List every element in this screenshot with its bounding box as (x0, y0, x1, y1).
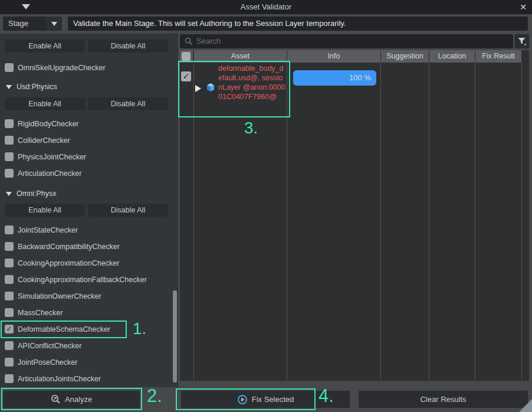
enable-all-button[interactable]: Enable All (5, 40, 85, 53)
checker-row-deformableschemachecker: ✓DeformableSchemaChecker (0, 321, 178, 338)
result-row-checkbox[interactable]: ✓ (181, 71, 191, 81)
section-label: Omni:Physx (17, 185, 56, 202)
disable-all-button[interactable]: Disable All (88, 40, 168, 53)
fix-selected-button[interactable]: Fix Selected (181, 391, 350, 408)
checker-row-articulationjointschecker: ArticulationJointsChecker (0, 371, 178, 387)
checker-label: ArticulationChecker (18, 165, 81, 182)
window-title: Asset Validator (0, 0, 532, 14)
disable-all-button[interactable]: Disable All (88, 204, 168, 217)
section-header-omni-physx[interactable]: Omni:Physx (0, 185, 178, 202)
checker-row-colliderchecker: ColliderChecker (0, 132, 178, 149)
results-table: ✓ deformable_body_default.usd@, sessionL… (180, 50, 529, 381)
checkbox[interactable] (5, 152, 14, 161)
analyze-button[interactable]: Analyze (3, 391, 140, 408)
checker-label: OmniSkelUpgradeChecker (18, 60, 106, 76)
checker-label: RigidBodyChecker (18, 116, 79, 132)
progress-value: 100 % (349, 70, 371, 86)
search-placeholder: Search (196, 34, 221, 48)
asset-cell[interactable]: deformable_body_default.usd@, sessionLay… (218, 64, 286, 102)
checker-row-simulationownerchecker: SimulationOwnerChecker (0, 288, 178, 305)
checker-label: JointPoseChecker (18, 354, 77, 371)
fix-selected-label: Fix Selected (252, 395, 294, 404)
analyze-magnifier-icon (51, 394, 61, 404)
filter-button[interactable] (515, 34, 529, 48)
description-field: Validate the Main Stage. This will set A… (68, 17, 528, 31)
clear-results-label: Clear Results (420, 395, 466, 404)
checkbox[interactable] (5, 225, 14, 234)
column-divider (193, 63, 194, 381)
checker-row-jointposechecker: JointPoseChecker (0, 354, 178, 371)
column-header-asset[interactable]: Asset (194, 50, 287, 63)
checker-label: CookingApproximationChecker (18, 255, 119, 272)
checkbox[interactable] (5, 259, 14, 267)
chevron-down-icon (51, 22, 57, 26)
checkbox[interactable]: ✓ (5, 325, 14, 333)
layer-icon (206, 83, 215, 93)
analyze-label: Analyze (65, 395, 92, 404)
disable-all-button[interactable]: Disable All (88, 97, 168, 110)
checkbox[interactable] (5, 136, 14, 145)
checkbox[interactable] (5, 341, 14, 350)
checker-label: SimulationOwnerChecker (18, 288, 101, 305)
checker-list-scrollbar[interactable] (173, 290, 177, 382)
title-bar: Asset Validator ✕ (0, 0, 532, 14)
progress-bar: 100 % (293, 70, 376, 86)
checker-row-cookingapproximationchecker: CookingApproximationChecker (0, 255, 178, 272)
asset-validator-window: Asset Validator ✕ Stage Validate the Mai… (0, 0, 532, 412)
checker-row-jointstatechecker: JointStateChecker (0, 222, 178, 238)
checkbox[interactable] (5, 119, 14, 128)
checker-label: BackwardCompatibilityChecker (18, 238, 120, 255)
checker-label: CookingApproximationFallbackChecker (18, 272, 147, 288)
column-divider (521, 63, 522, 381)
checker-label: JointStateChecker (18, 222, 78, 238)
collapse-triangle-icon (6, 192, 12, 196)
checkbox[interactable] (5, 374, 14, 383)
checkbox[interactable] (5, 169, 14, 178)
column-header-info[interactable]: Info (287, 50, 380, 63)
fix-play-icon (237, 394, 248, 405)
column-divider (380, 63, 381, 381)
checker-label: APIConflictChecker (18, 338, 81, 354)
expand-arrow-icon[interactable] (195, 85, 201, 92)
search-input[interactable]: Search (180, 34, 513, 48)
checker-row-backwardcompatibilitychecker: BackwardCompatibilityChecker (0, 238, 178, 255)
checker-label: PhysicsJointChecker (18, 149, 86, 165)
checker-row-apiconflictchecker: APIConflictChecker (0, 338, 178, 354)
column-divider (287, 63, 287, 381)
checker-row-cookingapproximationfallbackchecker: CookingApproximationFallbackChecker (0, 272, 178, 288)
search-icon (185, 37, 193, 45)
checkbox[interactable] (5, 292, 14, 300)
checker-row-physicsjointchecker: PhysicsJointChecker (0, 149, 178, 165)
checker-label: ColliderChecker (18, 132, 70, 149)
resize-grip[interactable] (519, 399, 532, 412)
checker-label: DeformableSchemaChecker (18, 321, 110, 338)
checkbox[interactable] (5, 63, 14, 72)
close-icon[interactable]: ✕ (520, 0, 527, 14)
column-divider (475, 63, 475, 381)
validation-mode-dropdown[interactable]: Stage (3, 17, 62, 31)
column-divider (429, 63, 429, 381)
validation-mode-value: Stage (8, 17, 28, 31)
enable-all-button[interactable]: Enable All (5, 204, 85, 217)
collapse-triangle-icon (6, 85, 12, 89)
column-header-suggestion[interactable]: Suggestion (381, 50, 429, 63)
checkbox[interactable] (5, 275, 14, 284)
select-all-checkbox[interactable] (182, 52, 191, 61)
checker-row-rigidbodychecker: RigidBodyChecker (0, 116, 178, 132)
select-all-cell (180, 50, 193, 63)
column-header-location[interactable]: Location (429, 50, 475, 63)
checker-label: MassChecker (18, 305, 63, 321)
section-header-usd-physics[interactable]: Usd:Physics (0, 79, 178, 95)
checkbox[interactable] (5, 308, 14, 317)
checkbox[interactable] (5, 358, 14, 367)
checker-label: ArticulationJointsChecker (18, 371, 101, 387)
checker-row-articulationchecker: ArticulationChecker (0, 165, 178, 182)
section-label: Usd:Physics (17, 79, 57, 95)
column-header-fix-result[interactable]: Fix Result (475, 50, 521, 63)
clear-results-button[interactable]: Clear Results (359, 391, 528, 408)
checker-list: Enable AllDisable AllOmniSkelUpgradeChec… (0, 34, 178, 387)
enable-all-button[interactable]: Enable All (5, 97, 85, 110)
checkbox[interactable] (5, 242, 14, 251)
filter-funnel-icon (517, 37, 527, 46)
checker-row-omniskelupgradechecker: OmniSkelUpgradeChecker (0, 60, 178, 76)
